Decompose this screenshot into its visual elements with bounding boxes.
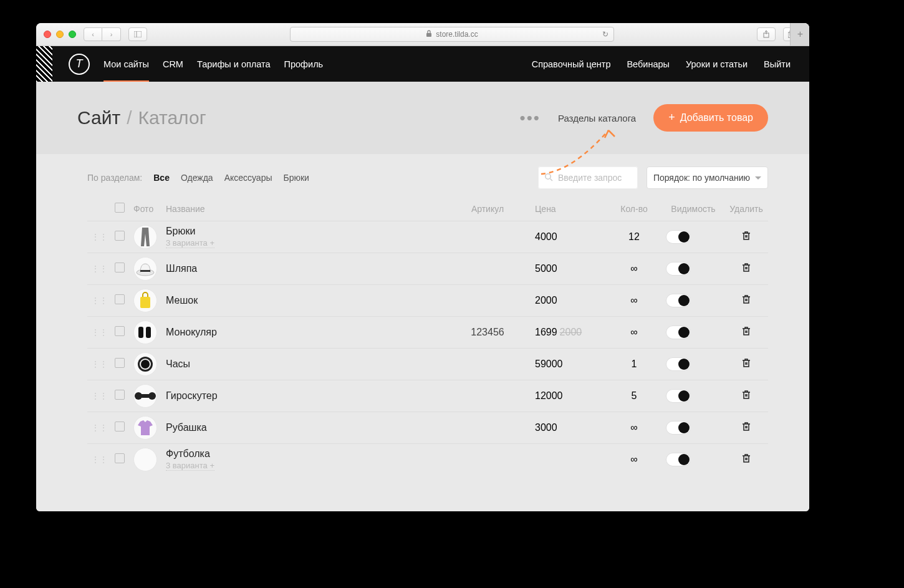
logo-icon[interactable]: T: [69, 54, 90, 75]
product-name[interactable]: Шляпа: [166, 263, 440, 274]
product-qty: 1: [606, 349, 662, 380]
add-product-label: Добавить товар: [680, 112, 753, 123]
filter-chip-accessories[interactable]: Аксессуары: [224, 173, 272, 183]
breadcrumb-current: Каталог: [138, 107, 206, 128]
product-thumb[interactable]: [133, 289, 157, 312]
visibility-toggle[interactable]: [666, 262, 691, 276]
delete-icon[interactable]: [741, 264, 751, 274]
delete-icon[interactable]: [741, 327, 751, 338]
row-checkbox[interactable]: [115, 231, 125, 241]
product-thumb[interactable]: [133, 321, 157, 344]
maximize-window-icon[interactable]: [69, 31, 76, 38]
drag-handle-icon[interactable]: ⋮⋮: [91, 423, 107, 433]
nav-tariffs[interactable]: Тарифы и оплата: [197, 59, 271, 69]
product-name[interactable]: Футболка: [166, 448, 440, 460]
breadcrumb: Сайт / Каталог: [77, 107, 206, 128]
address-bar[interactable]: store.tilda.cc ↻: [290, 27, 614, 42]
nav-help-center[interactable]: Справочный центр: [532, 59, 611, 69]
back-button[interactable]: ‹: [84, 27, 102, 41]
product-name[interactable]: Монокуляр: [166, 327, 440, 338]
delete-icon[interactable]: [741, 455, 751, 465]
share-icon[interactable]: [757, 27, 776, 41]
product-thumb[interactable]: [133, 416, 157, 440]
product-thumb[interactable]: [133, 352, 157, 376]
drag-handle-icon[interactable]: ⋮⋮: [91, 296, 107, 306]
product-sku: [444, 444, 531, 476]
delete-icon[interactable]: [741, 232, 751, 243]
visibility-toggle[interactable]: [666, 294, 691, 307]
visibility-toggle[interactable]: [666, 357, 691, 371]
col-price: Цена: [531, 196, 606, 221]
sort-label: Порядок: по умолчанию: [653, 173, 750, 183]
sidebar-toggle-icon[interactable]: [128, 27, 147, 41]
product-name[interactable]: Брюки: [166, 226, 440, 237]
minimize-window-icon[interactable]: [56, 31, 64, 38]
row-checkbox[interactable]: [115, 326, 125, 336]
window-controls: [44, 31, 76, 38]
visibility-toggle[interactable]: [666, 230, 691, 244]
nav-profile[interactable]: Профиль: [284, 59, 324, 69]
nav-articles[interactable]: Уроки и статьи: [686, 59, 748, 69]
product-name[interactable]: Часы: [166, 359, 440, 370]
table-row: ⋮⋮Часы590001: [87, 349, 768, 380]
delete-icon[interactable]: [741, 423, 751, 433]
product-name[interactable]: Мешок: [166, 295, 440, 306]
row-checkbox[interactable]: [115, 358, 125, 368]
add-product-button[interactable]: + Добавить товар: [653, 104, 768, 132]
new-tab-button[interactable]: +: [790, 23, 809, 46]
search-input[interactable]: Введите запрос: [538, 166, 638, 189]
product-name[interactable]: Гироскутер: [166, 390, 440, 402]
nav-my-sites[interactable]: Мои сайты: [103, 59, 149, 82]
product-thumb[interactable]: [133, 225, 157, 249]
breadcrumb-root[interactable]: Сайт: [77, 107, 120, 128]
row-checkbox[interactable]: [115, 390, 125, 400]
breadcrumb-sep: /: [127, 107, 132, 128]
nav-crm[interactable]: CRM: [163, 59, 183, 69]
close-window-icon[interactable]: [44, 31, 51, 38]
reload-icon[interactable]: ↻: [602, 30, 608, 39]
svg-rect-10: [140, 297, 150, 308]
drag-handle-icon[interactable]: ⋮⋮: [91, 359, 107, 369]
catalog-sections-link[interactable]: Разделы каталога: [558, 113, 636, 123]
visibility-toggle[interactable]: [666, 421, 691, 435]
product-sku: [444, 380, 531, 412]
filter-chip-pants[interactable]: Брюки: [284, 173, 309, 183]
product-name[interactable]: Рубашка: [166, 422, 440, 433]
col-qty: Кол-во: [606, 196, 662, 221]
drag-handle-icon[interactable]: ⋮⋮: [91, 264, 107, 274]
visibility-toggle[interactable]: [666, 325, 691, 339]
product-thumb[interactable]: [133, 257, 157, 281]
nav-webinars[interactable]: Вебинары: [627, 59, 670, 69]
product-price: 12000: [531, 380, 606, 412]
table-row: ⋮⋮Гироскутер120005: [87, 380, 768, 412]
product-sku: [444, 412, 531, 444]
forward-button[interactable]: ›: [102, 27, 121, 41]
app-root: T Мои сайты CRM Тарифы и оплата Профиль …: [36, 46, 809, 511]
drag-handle-icon[interactable]: ⋮⋮: [91, 455, 107, 465]
drag-handle-icon[interactable]: ⋮⋮: [91, 232, 107, 242]
row-checkbox[interactable]: [115, 294, 125, 304]
drag-handle-icon[interactable]: ⋮⋮: [91, 391, 107, 401]
product-variants[interactable]: 3 варианта +: [166, 238, 214, 248]
delete-icon[interactable]: [741, 296, 751, 306]
drag-handle-icon[interactable]: ⋮⋮: [91, 327, 107, 337]
product-sku: [444, 349, 531, 380]
product-thumb[interactable]: [133, 448, 157, 471]
visibility-toggle[interactable]: [666, 389, 691, 403]
delete-icon[interactable]: [741, 359, 751, 370]
visibility-toggle[interactable]: [666, 453, 691, 466]
product-variants[interactable]: 3 варианта +: [166, 461, 214, 471]
filter-chip-clothes[interactable]: Одежда: [181, 173, 213, 183]
product-price: 5000: [531, 253, 606, 285]
select-all-checkbox[interactable]: [115, 203, 125, 213]
filter-chip-all[interactable]: Все: [153, 173, 170, 183]
row-checkbox[interactable]: [115, 263, 125, 272]
product-qty: 5: [606, 380, 662, 412]
table-row: ⋮⋮Мешок2000∞: [87, 285, 768, 317]
row-checkbox[interactable]: [115, 422, 125, 431]
sort-select[interactable]: Порядок: по умолчанию: [647, 166, 768, 189]
row-checkbox[interactable]: [115, 453, 125, 463]
delete-icon[interactable]: [741, 391, 751, 402]
product-thumb[interactable]: [133, 384, 157, 408]
nav-logout[interactable]: Выйти: [764, 59, 791, 69]
